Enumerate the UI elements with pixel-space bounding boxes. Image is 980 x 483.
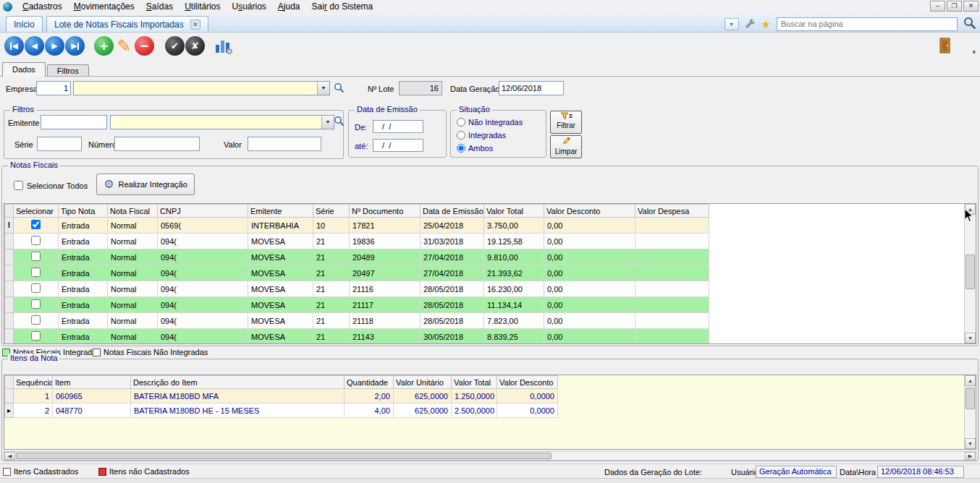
tab-lote-notas[interactable]: Lote de Notas Fiscais Importadas ✕ [46,16,208,32]
item-row[interactable]: ▸ 2 048770 BATERIA M180BD HE - 15 MESES … [5,403,966,418]
limpar-button[interactable]: Limpar [550,135,582,158]
close-button[interactable]: ✕ [963,1,979,12]
col-valor-despesa[interactable]: Valor Despesa [635,205,709,218]
col-valor-total[interactable]: Valor Total [484,205,544,218]
scrollbar-thumb[interactable] [16,453,552,459]
confirm-button[interactable]: ✔ [165,36,185,56]
col-serie[interactable]: Série [313,205,350,218]
wrench-icon[interactable] [745,18,756,30]
next-record-button[interactable]: ▶ [45,36,64,56]
restore-button[interactable]: ❐ [947,1,962,12]
row-select-checkbox[interactable] [31,315,41,325]
scroll-down-icon[interactable]: ▼ [965,438,976,449]
table-row[interactable]: Entrada Normal 094( MOVESA 21 21143 30/0… [5,329,966,345]
table-row[interactable]: Entrada Normal 094( MOVESA 21 20497 27/0… [5,265,966,281]
tab-close-icon[interactable]: ✕ [190,20,200,30]
empresa-lookup-icon[interactable] [334,82,345,95]
filtrar-button[interactable]: Filtrar [550,111,582,134]
radio-nao-integradas-input[interactable] [457,118,465,127]
serie-input[interactable] [37,137,82,151]
search-input[interactable] [777,17,958,31]
menu-item-cadastros[interactable]: Cadastros [17,0,68,14]
last-record-button[interactable]: ▶ [65,36,85,56]
row-select-checkbox[interactable] [31,268,41,277]
emitente-lookup-icon[interactable] [334,116,345,128]
col-emitente[interactable]: Emitente [248,205,313,218]
table-row[interactable]: I Entrada Normal 0569( INTERBAHIA 10 178… [5,218,966,234]
menu-item-sair[interactable]: Sair do Sistema [306,0,379,14]
row-select-checkbox[interactable] [31,331,41,341]
empresa-combo[interactable]: ▼ [73,81,330,95]
minimize-button[interactable]: – [930,1,945,12]
toolbar-more-icon[interactable]: ▾ [972,48,976,56]
row-select-checkbox[interactable] [31,236,41,245]
empresa-input[interactable] [36,81,71,95]
menu-item-usuarios[interactable]: Usuários [226,0,271,14]
item-row[interactable]: 1 060965 BATERIA M180BD MFA 2,00 625,000… [5,389,966,403]
combo-dropdown-icon[interactable]: ▼ [321,116,334,129]
menu-item-movimentacoes[interactable]: Movimentações [68,0,140,14]
col-tipo-nota[interactable]: Tipo Nota [59,205,108,218]
prev-record-button[interactable]: ◀ [25,36,44,56]
col-valor-unitario[interactable]: Valor Unitário [394,376,452,389]
col-emissao[interactable]: Data de Emissão [421,205,484,218]
col-quantidade[interactable]: Quantidade [345,376,394,389]
tab-inicio[interactable]: Início [6,16,43,32]
ate-date-input[interactable]: / / [373,139,423,152]
chevron-down-icon[interactable]: ▾ [725,18,739,30]
selecionar-todos-checkbox[interactable] [14,181,23,190]
add-record-button[interactable]: + [94,36,114,56]
col-cnpj[interactable]: CNPJ [158,205,248,218]
data-geracao-input[interactable] [499,81,564,95]
col-valor-desconto[interactable]: Valor Desconto [544,205,635,218]
table-row[interactable]: Entrada Normal 094( MOVESA 21 20489 27/0… [5,249,966,265]
tab-dados[interactable]: Dados [2,62,46,77]
tab-filtros[interactable]: Filtros [47,64,89,77]
col-item[interactable]: Item [53,376,131,389]
scroll-left-icon[interactable]: ◀ [4,452,15,460]
col-nota-fiscal[interactable]: Nota Fiscal [108,205,158,218]
row-select-checkbox[interactable] [31,283,41,293]
delete-record-button[interactable]: − [135,36,154,56]
scrollbar-thumb[interactable] [966,255,975,289]
radio-ambos[interactable]: Ambos [457,144,493,153]
menu-item-utilitarios[interactable]: Utilitários [179,0,226,14]
table-row[interactable]: Entrada Normal 094( MOVESA 21 19836 31/0… [5,234,966,249]
scroll-down-icon[interactable]: ▼ [965,333,976,343]
radio-ambos-input[interactable] [457,144,465,153]
de-date-input[interactable]: / / [373,120,423,133]
realizar-integracao-button[interactable]: ⚙ Realizar Integração [96,174,195,195]
selecionar-todos[interactable]: Selecionar Todos [14,181,88,190]
scroll-right-icon[interactable]: ▶ [965,452,976,460]
col-sequencia[interactable]: Sequência [14,376,53,389]
row-select-checkbox[interactable] [31,252,41,261]
row-select-checkbox[interactable] [31,220,41,229]
radio-nao-integradas[interactable]: Não Integradas [457,118,523,127]
chart-report-button[interactable] [214,36,235,56]
edit-record-button[interactable]: ✎ [114,36,134,56]
cancel-button[interactable]: ✘ [185,36,205,56]
exit-door-icon[interactable] [938,37,952,56]
col-documento[interactable]: Nº Documento [350,205,421,218]
scroll-up-icon[interactable]: ▲ [965,375,976,386]
table-row[interactable]: Entrada Normal 094( MOVESA 21 21116 28/0… [5,281,966,297]
valor-input[interactable] [248,137,321,151]
emitente-combo[interactable]: ▼ [110,115,334,129]
first-record-button[interactable]: ◀ [4,36,24,56]
radio-integradas[interactable]: Integradas [457,131,506,140]
search-icon[interactable] [963,17,976,31]
star-icon[interactable]: ★ [761,19,771,30]
col-descricao[interactable]: Descrição do Item [131,376,345,389]
scrollbar-thumb[interactable] [966,388,975,409]
table-row[interactable]: Entrada Normal 094( MOVESA 21 21118 28/0… [5,313,966,329]
table-row[interactable]: Entrada Normal 094( MOVESA 21 21117 28/0… [5,297,966,313]
menu-item-ajuda[interactable]: Ajuda [272,0,306,14]
combo-dropdown-icon[interactable]: ▼ [317,82,329,95]
emitente-input[interactable] [41,115,107,129]
numero-input[interactable] [114,137,200,151]
col-valor-desconto[interactable]: Valor Desconto [497,376,558,389]
col-selecionar[interactable]: Selecionar [14,205,59,218]
col-valor-total[interactable]: Valor Total [452,376,497,389]
radio-integradas-input[interactable] [457,131,465,140]
menu-item-saidas[interactable]: Saídas [140,0,179,14]
